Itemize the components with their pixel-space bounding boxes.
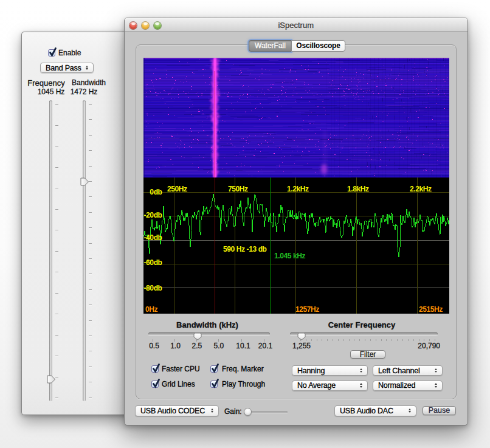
svg-text:750Hz: 750Hz xyxy=(228,185,248,193)
svg-text:-40db: -40db xyxy=(143,233,162,242)
svg-text:1.8kHz: 1.8kHz xyxy=(347,185,369,193)
svg-text:250Hz: 250Hz xyxy=(167,185,187,193)
svg-text:1257Hz: 1257Hz xyxy=(295,305,319,314)
svg-text:2515Hz: 2515Hz xyxy=(419,305,443,314)
svg-text:1.045 kHz: 1.045 kHz xyxy=(274,252,306,260)
svg-text:-20db: -20db xyxy=(143,211,162,219)
svg-text:-60db: -60db xyxy=(143,258,162,267)
svg-text:1.2kHz: 1.2kHz xyxy=(287,185,309,193)
svg-text:590 Hz -13 db: 590 Hz -13 db xyxy=(223,245,267,253)
svg-text:0db: 0db xyxy=(150,188,162,196)
svg-text:0Hz: 0Hz xyxy=(145,305,158,314)
svg-text:2.2kHz: 2.2kHz xyxy=(410,185,432,193)
svg-text:-80db: -80db xyxy=(143,284,162,292)
